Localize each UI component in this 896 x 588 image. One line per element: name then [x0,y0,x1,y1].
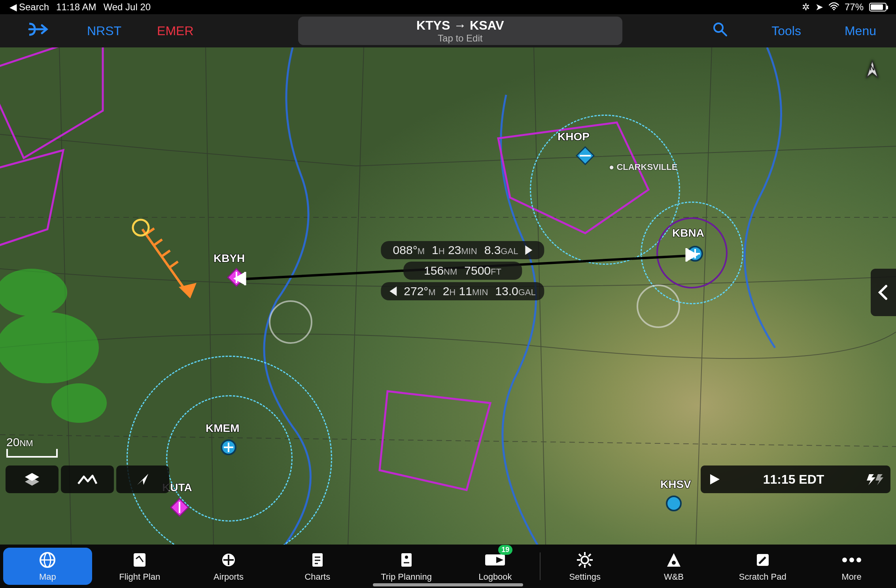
svg-marker-23 [686,248,698,262]
direct-to-button[interactable] [28,21,51,41]
tab-charts[interactable]: Charts [273,545,362,588]
tab-scratch-pad[interactable]: Scratch Pad [718,545,807,588]
airport-label: KBYH [214,252,245,265]
ruler-forward-pill: 088°M 1H 23MIN 8.3GAL [381,241,544,259]
play-left-icon [389,286,397,296]
back-to-search[interactable]: ◀ Search [9,2,49,13]
svg-rect-36 [134,553,146,567]
svg-marker-28 [25,478,39,486]
layers-icon [23,471,41,488]
airport-khsv[interactable] [664,494,683,513]
svg-point-53 [672,561,676,565]
svg-marker-29 [137,474,148,485]
layers-button[interactable] [6,466,59,493]
svg-text:N: N [870,64,875,72]
compass-icon[interactable]: N [860,59,884,83]
airport-label: KHOP [558,130,590,143]
home-indicator[interactable] [373,583,523,586]
route-subtitle: Tap to Edit [438,33,482,44]
airport-khop[interactable] [576,146,595,165]
location-icon: ➤ [815,2,823,13]
chevron-left-icon [877,285,889,300]
svg-marker-21 [233,272,245,285]
ruler-end-icon [679,245,702,265]
svg-point-3 [0,269,67,316]
svg-rect-39 [401,553,412,567]
animate-play-button[interactable] [701,473,728,485]
ring-icon [269,300,312,344]
emer-button[interactable]: EMER [157,24,193,38]
svg-point-4 [51,383,107,423]
svg-marker-6 [181,285,195,296]
ruler-reverse-pill: 272°M 2H 11MIN 13.0GAL [381,282,544,300]
route-title: KTYS → KSAV [416,18,504,33]
time-display: 11:15 EDT [728,472,859,487]
lightning-icon [866,473,883,485]
svg-marker-31 [867,474,875,485]
side-panel-toggle[interactable] [871,269,896,316]
airport-icon [219,551,238,569]
top-bar: NRST EMER KTYS → KSAV Tap to Edit Tools … [0,14,896,47]
svg-point-43 [581,556,588,564]
play-right-icon [525,245,532,255]
ruler-readout[interactable]: 088°M 1H 23MIN 8.3GAL 156NM 7500FT 272°M… [381,239,544,303]
menu-button[interactable]: Menu [845,24,876,38]
svg-line-49 [588,564,591,566]
svg-line-48 [579,554,581,556]
city-label: ● CLARKSVILLE [609,162,677,172]
map-tools [6,466,169,493]
wifi-icon [829,2,839,13]
search-button[interactable] [712,21,728,40]
svg-line-9 [162,251,170,256]
svg-line-50 [588,554,591,556]
svg-point-11 [133,220,149,236]
globe-icon [38,551,57,569]
wb-icon [665,551,683,569]
airport-label: KHSV [660,478,691,491]
svg-point-20 [667,496,681,511]
play-icon [709,473,720,485]
svg-point-55 [842,558,847,562]
map-canvas[interactable]: KHOP ● CLARKSVILLE KBNA KBYH KMEM KUTA K… [0,47,896,545]
tab-map[interactable]: Map [3,548,92,585]
now-button[interactable] [859,473,890,485]
logbook-badge: 19 [498,545,512,555]
svg-line-51 [579,564,581,566]
ruler-mid-pill: 156NM 7500FT [403,262,522,280]
center-aircraft-button[interactable] [116,466,169,493]
nrst-button[interactable]: NRST [87,24,121,38]
tab-wb[interactable]: W&B [629,545,718,588]
airport-label: KMEM [206,422,240,435]
trip-icon [397,551,416,569]
map-scale: 20NM [6,435,58,458]
airport-label: KBNA [672,227,704,239]
loading-icon: ✲ [802,2,810,13]
airport-kmem[interactable] [219,438,238,457]
svg-marker-32 [875,474,883,485]
svg-point-40 [405,556,408,559]
pencil-icon [754,551,772,569]
tab-trip-planning[interactable]: Trip Planning [362,545,451,588]
tab-flight-plan[interactable]: Flight Plan [95,545,184,588]
ring-icon [637,285,680,328]
status-time: 11:18 AM [56,2,96,13]
airport-kuta[interactable] [170,498,189,517]
location-arrow-icon [136,472,150,486]
svg-point-2 [0,312,99,383]
battery-icon [869,3,887,11]
tab-logbook[interactable]: 19 Logbook [451,545,540,588]
ruler-start-icon [229,269,253,288]
route-box[interactable]: KTYS → KSAV Tap to Edit [298,17,622,45]
svg-point-0 [833,9,835,10]
svg-point-56 [849,558,854,562]
tools-button[interactable]: Tools [771,24,801,38]
time-scrubber[interactable]: 11:15 EDT [701,466,890,493]
tab-settings[interactable]: Settings [541,545,629,588]
charts-icon [308,551,327,569]
tab-more[interactable]: More [807,545,896,588]
more-icon [841,556,862,564]
tab-bar: Map Flight Plan Airports Charts Trip Pla… [0,545,896,588]
profile-button[interactable] [61,466,114,493]
tab-airports[interactable]: Airports [184,545,273,588]
battery-pct: 77% [845,2,864,13]
